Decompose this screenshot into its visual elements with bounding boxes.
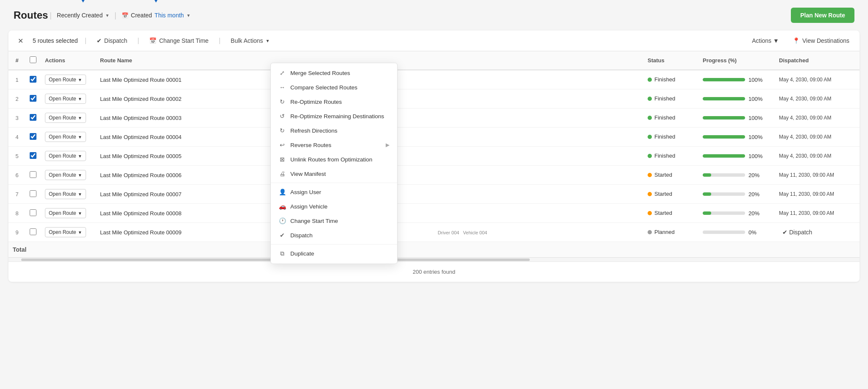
row-extra	[434, 128, 643, 147]
row-checkbox[interactable]	[30, 171, 36, 178]
col-extra	[434, 51, 643, 70]
progress-value: 20%	[748, 210, 764, 217]
col-dispatched: Dispatched	[775, 51, 860, 70]
row-dispatched: May 4, 2030, 09:00 AM	[775, 128, 860, 147]
row-dispatched: May 4, 2030, 09:00 AM	[775, 147, 860, 166]
route-type-button[interactable]: Open Route ▼	[45, 227, 86, 237]
row-checkbox[interactable]	[30, 152, 36, 159]
row-actions: Open Route ▼	[41, 70, 96, 89]
status-dot	[648, 116, 652, 120]
dispatch-button[interactable]: ✔ Dispatch	[93, 36, 131, 46]
dropdown-item[interactable]: ↺Re-Optimize Remaining Destinations	[271, 109, 397, 123]
row-progress: 20%	[698, 204, 775, 223]
refresh-icon: ↻	[278, 127, 286, 134]
row-num: 1	[8, 70, 25, 89]
route-type-button[interactable]: Open Route ▼	[45, 94, 86, 104]
row-checkbox[interactable]	[30, 190, 36, 197]
duplicate-icon: ⧉	[278, 250, 286, 257]
dropdown-item-label: Merge Selected Routes	[290, 70, 350, 76]
route-type-button[interactable]: Open Route ▼	[45, 151, 86, 161]
dispatch-row-button[interactable]: ✔ Dispatch	[779, 227, 815, 237]
status-label: Started	[654, 191, 672, 197]
row-extra	[434, 204, 643, 223]
route-type-button[interactable]: Open Route ▼	[45, 132, 86, 142]
dropdown-separator	[271, 244, 397, 245]
table-row: 5Open Route ▼Last Mile Optimized Route 0…	[8, 147, 860, 166]
row-checkbox[interactable]	[30, 95, 36, 102]
dropdown-item[interactable]: ↔Compare Selected Routes	[271, 80, 397, 94]
bulk-actions-dropdown: ⤢Merge Selected Routes↔Compare Selected …	[270, 63, 398, 264]
time-icon: 🕐	[278, 217, 286, 224]
col-status: Status	[643, 51, 698, 70]
dropdown-item[interactable]: ↩Reverse Routes▶	[271, 138, 397, 152]
dropdown-item[interactable]: ⊠Unlink Routes from Optimization	[271, 152, 397, 167]
recently-created-filter[interactable]: Recently Created ▼	[53, 10, 113, 20]
close-selection-button[interactable]: ✕	[15, 36, 26, 46]
table-row: 4Open Route ▼Last Mile Optimized Route 0…	[8, 128, 860, 147]
status-label: Finished	[654, 76, 675, 83]
row-checkbox[interactable]	[30, 133, 36, 140]
row-num: 4	[8, 128, 25, 147]
dropdown-item[interactable]: 👤Assign User	[271, 185, 397, 199]
toolbar-left: ✕ 5 routes selected | ✔ Dispatch | 📅 Cha…	[15, 36, 742, 46]
table-row: 1Open Route ▼Last Mile Optimized Route 0…	[8, 70, 860, 89]
route-type-button[interactable]: Open Route ▼	[45, 189, 86, 199]
table-row: 8Open Route ▼Last Mile Optimized Route 0…	[8, 204, 860, 223]
row-actions: Open Route ▼	[41, 89, 96, 108]
row-num: 8	[8, 204, 25, 223]
route-type-button[interactable]: Open Route ▼	[45, 113, 86, 123]
row-num: 7	[8, 185, 25, 204]
row-dispatched: May 4, 2030, 09:00 AM	[775, 108, 860, 128]
dropdown-item-label: Change Start Time	[290, 218, 338, 224]
dropdown-item[interactable]: ↻Refresh Directions	[271, 123, 397, 138]
toolbar-sep1: |	[85, 37, 86, 44]
row-status: Finished	[643, 89, 698, 108]
row-num: 3	[8, 108, 25, 128]
row-checkbox[interactable]	[30, 228, 36, 235]
row-progress: 100%	[698, 70, 775, 89]
dropdown-item[interactable]: ⧉Duplicate	[271, 246, 397, 261]
dropdown-item[interactable]: 🕐Change Start Time	[271, 214, 397, 228]
horizontal-scrollbar[interactable]	[8, 257, 860, 261]
dropdown-item-label: Dispatch	[290, 232, 313, 239]
row-checkbox-cell	[25, 147, 41, 166]
row-checkbox[interactable]	[30, 114, 36, 121]
row-actions: Open Route ▼	[41, 223, 96, 242]
dropdown-item[interactable]: 🖨View Manifest	[271, 167, 397, 181]
progress-value: 100%	[748, 153, 764, 159]
select-all-checkbox[interactable]	[30, 56, 36, 63]
dropdown-item[interactable]: ✔Dispatch	[271, 228, 397, 242]
col-num: #	[8, 51, 25, 70]
row-progress: 20%	[698, 185, 775, 204]
dropdown-item-label: Refresh Directions	[290, 128, 337, 134]
bulk-actions-button[interactable]: Bulk Actions ▼	[227, 36, 273, 46]
row-status: Started	[643, 166, 698, 185]
dropdown-item[interactable]: ↻Re-Optimize Routes	[271, 94, 397, 109]
change-start-time-button[interactable]: 📅 Change Start Time	[146, 36, 212, 46]
created-filter[interactable]: 📅 Created This month ▼	[118, 10, 194, 20]
row-num: 5	[8, 147, 25, 166]
table-body: 1Open Route ▼Last Mile Optimized Route 0…	[8, 70, 860, 242]
route-type-button[interactable]: Open Route ▼	[45, 170, 86, 180]
row-checkbox[interactable]	[30, 209, 36, 216]
progress-value: 100%	[748, 134, 764, 140]
plan-new-route-button[interactable]: Plan New Route	[791, 8, 854, 23]
status-dot	[648, 173, 652, 177]
divider2: |	[114, 11, 117, 20]
table-header: # Actions Route Name Status Progress (%)…	[8, 51, 860, 70]
row-checkbox-cell	[25, 166, 41, 185]
dropdown-item-label: Assign User	[290, 189, 321, 195]
dropdown-item[interactable]: ⤢Merge Selected Routes	[271, 66, 397, 80]
table-row: 3Open Route ▼Last Mile Optimized Route 0…	[8, 108, 860, 128]
row-actions: Open Route ▼	[41, 147, 96, 166]
actions-button[interactable]: Actions ▼	[748, 36, 782, 46]
route-type-button[interactable]: Open Route ▼	[45, 75, 86, 85]
row-dispatched: ✔ Dispatch	[775, 223, 860, 242]
row-checkbox[interactable]	[30, 76, 36, 83]
view-destinations-button[interactable]: 📍 View Destinations	[789, 36, 853, 46]
dropdown-item-label: Unlink Routes from Optimization	[290, 156, 373, 163]
route-type-button[interactable]: Open Route ▼	[45, 208, 86, 218]
blue-arrow-1	[75, 0, 92, 3]
dropdown-item[interactable]: 🚗Assign Vehicle	[271, 199, 397, 214]
dropdown-item-label: Duplicate	[290, 250, 314, 257]
